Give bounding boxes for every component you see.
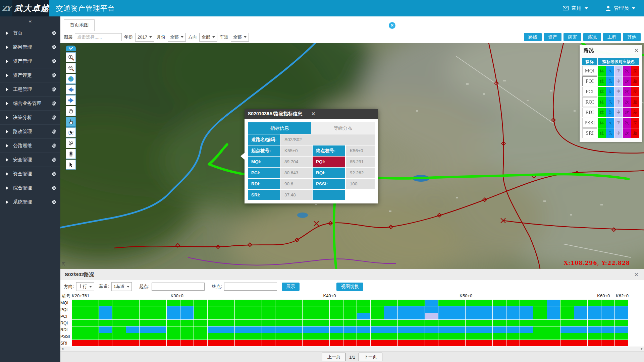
heatmap-cell [588, 313, 601, 320]
prev-page-button[interactable]: 上一页 [322, 353, 346, 361]
sidebar-item[interactable]: 资金管理 [0, 167, 60, 181]
legend-indicator-button[interactable]: MQI [582, 66, 597, 76]
gear-icon[interactable] [51, 171, 56, 176]
heatmap-scrollbar[interactable]: ◀ ▶ [60, 347, 644, 351]
layer-button-condition[interactable]: 路况 [583, 33, 601, 41]
heatmap-cell [72, 333, 85, 340]
heatmap-cell [615, 326, 628, 333]
heatmap-cell [615, 340, 628, 347]
gear-icon[interactable] [51, 199, 56, 204]
sidebar-item[interactable]: 综合业务管理 [0, 97, 60, 111]
sidebar-item[interactable]: 安全管理 [0, 153, 60, 167]
gear-icon[interactable] [51, 73, 56, 78]
forward-extent-button[interactable] [66, 95, 76, 105]
sidebar-item[interactable]: 路网管理 [0, 40, 60, 54]
show-button[interactable]: 展示 [282, 283, 300, 291]
legend-indicator-button[interactable]: PCI [582, 87, 597, 97]
legend-indicator-button[interactable]: PQI [582, 76, 597, 86]
heatmap-cell [167, 313, 180, 320]
pointer-button[interactable] [66, 160, 76, 170]
select-hand-button[interactable] [66, 117, 76, 127]
tab-home-map[interactable]: 首页地图 [64, 19, 95, 31]
bp-lane-select[interactable]: 1车道 [111, 282, 132, 291]
heatmap-cell [167, 326, 180, 333]
bp-direction-select[interactable]: 上行 [76, 282, 94, 291]
sidebar-item[interactable]: 决策分析 [0, 111, 60, 125]
direction-select[interactable]: 全部 [199, 33, 217, 42]
full-extent-button[interactable] [66, 74, 76, 84]
sidebar-item[interactable]: 综合管理 [0, 181, 60, 195]
map-canvas[interactable]: 路况 ✕ 指标 指标等级对应颜色 MQI优良中次差PQI优良中次差PCI优良中次… [60, 43, 644, 269]
bp-end-input[interactable] [224, 283, 277, 291]
layer-button-asset[interactable]: 资产 [544, 33, 561, 41]
view-switch-button[interactable]: 视图切换 [336, 283, 363, 291]
scroll-left-icon[interactable]: ◀ [60, 347, 64, 351]
gear-icon[interactable] [51, 115, 56, 120]
bp-start-input[interactable] [152, 283, 205, 291]
identify-button[interactable] [66, 127, 76, 137]
legend-title: 路况 [584, 47, 634, 54]
layer-button-route[interactable]: 路线 [524, 33, 542, 41]
gear-icon[interactable] [51, 87, 56, 92]
gear-icon[interactable] [51, 31, 56, 36]
legend-close-icon[interactable]: ✕ [634, 47, 639, 54]
legend-grade-swatch: 次 [623, 76, 631, 86]
sidebar-item[interactable]: 工程管理 [0, 82, 60, 97]
legend-indicator-button[interactable]: RQI [582, 97, 597, 107]
heatmap-cell [560, 300, 574, 306]
gear-icon[interactable] [51, 143, 56, 148]
gear-icon[interactable] [51, 101, 56, 106]
heatmap-cell [452, 326, 466, 333]
quick-menu[interactable]: 常用 [554, 0, 597, 16]
gear-icon[interactable] [51, 157, 56, 162]
user-menu[interactable]: 管理员 [597, 0, 644, 16]
tab-close-button[interactable]: ✕ [389, 22, 395, 29]
locate-button[interactable] [66, 149, 76, 159]
next-page-button[interactable]: 下一页 [359, 353, 382, 361]
heatmap-cell [547, 320, 560, 326]
sidebar-item[interactable]: 路政管理 [0, 125, 60, 139]
sidebar-collapse-button[interactable]: « [0, 16, 60, 26]
heatmap-cell [438, 306, 452, 313]
layer-button-other[interactable]: 其他 [623, 33, 641, 41]
pan-button[interactable] [66, 106, 76, 116]
sidebar-item[interactable]: 首页 [0, 26, 60, 40]
gear-icon[interactable] [51, 59, 56, 64]
sidebar-item[interactable]: 资产评定 [0, 68, 60, 82]
resize-handle-icon[interactable]: ⇱ [62, 262, 65, 267]
popup-tab-indicator-info[interactable]: 指标信息 [248, 122, 311, 134]
legend-grade-swatch: 良 [606, 108, 614, 117]
heatmap-cell [235, 300, 248, 306]
toolbar-collapse-tab[interactable] [66, 46, 76, 51]
layer-select-input[interactable] [75, 33, 122, 41]
back-extent-button[interactable] [66, 84, 76, 95]
lane-select[interactable]: 全部 [231, 33, 249, 42]
heatmap-cell [167, 306, 180, 313]
gear-icon[interactable] [51, 129, 56, 134]
layer-button-project[interactable]: 工程 [603, 33, 621, 41]
year-select[interactable]: 2017 [135, 33, 154, 42]
layer-button-damage[interactable]: 病害 [564, 33, 581, 41]
zoom-in-button[interactable] [66, 52, 76, 62]
popup-tab-grade-distribution[interactable]: 等级分布 [311, 122, 375, 134]
legend-indicator-button[interactable]: SRI [582, 128, 597, 138]
gear-icon[interactable] [51, 185, 56, 190]
popup-close-icon[interactable]: ✕ [311, 111, 375, 117]
legend-indicator-button[interactable]: RDI [582, 108, 597, 117]
heatmap-cell [194, 326, 207, 333]
sidebar-item[interactable]: 公路巡维 [0, 139, 60, 153]
legend-indicator-button[interactable]: PSSI [582, 118, 597, 128]
month-select[interactable]: 全部 [168, 33, 186, 42]
sidebar-item[interactable]: 系统管理 [0, 195, 60, 209]
clear-selection-button[interactable] [66, 138, 76, 148]
sidebar-item[interactable]: 资产管理 [0, 54, 60, 68]
heatmap-cell [99, 313, 112, 320]
legend-grade-swatch: 差 [631, 118, 639, 128]
bottom-panel-close-icon[interactable]: ✕ [634, 272, 639, 278]
popup-cell-value: 85.291 [346, 157, 375, 167]
gear-icon[interactable] [51, 45, 56, 50]
zoom-out-button[interactable] [66, 63, 76, 73]
scroll-right-icon[interactable]: ▶ [640, 347, 644, 351]
heatmap-cell [235, 306, 248, 313]
heatmap-cell [235, 340, 248, 347]
